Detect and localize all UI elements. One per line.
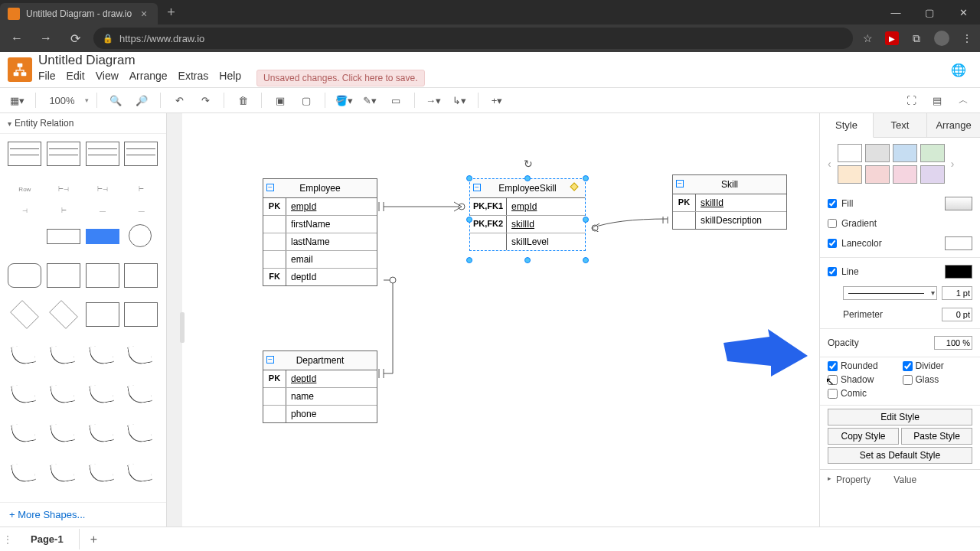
back-button[interactable]: ← [6,28,28,49]
color-swatch[interactable] [893,144,917,162]
paste-style-button[interactable]: Paste Style [901,428,972,445]
shape-thumb[interactable] [86,420,119,445]
line-style-dropdown[interactable]: ▾ [843,286,937,300]
connector[interactable] [377,274,400,381]
rounded-checkbox[interactable] [828,361,838,371]
forward-button[interactable]: → [35,28,57,49]
divider-checkbox[interactable] [903,361,913,371]
zoom-out-icon[interactable]: 🔎 [131,90,152,110]
menu-help[interactable]: Help [219,70,241,86]
connector[interactable] [377,199,469,214]
shape-thumb[interactable] [124,263,158,288]
glass-checkbox[interactable] [903,375,913,385]
shape-thumb[interactable]: Row [8,181,42,197]
shape-thumb[interactable] [10,301,39,330]
tab-close-icon[interactable]: × [138,8,150,20]
tab-style[interactable]: Style [820,113,874,138]
shape-thumb[interactable] [8,224,41,249]
collapse-icon[interactable]: − [676,180,684,187]
page-tab[interactable]: Page-1 [15,529,80,549]
menu-extras[interactable]: Extras [178,70,209,86]
redo-icon[interactable]: ↷ [194,90,216,110]
shape-thumb[interactable] [47,381,80,406]
fill-checkbox[interactable] [828,199,837,208]
maximize-button[interactable]: ▢ [913,0,946,24]
color-swatch[interactable] [865,144,890,162]
selection-handle[interactable] [583,257,589,263]
collapse-icon[interactable]: − [266,356,274,364]
shape-thumb[interactable] [8,342,41,367]
perimeter-input[interactable] [942,308,972,321]
shape-thumb[interactable] [8,381,41,406]
selection-handle[interactable] [466,257,472,263]
fill-color-button[interactable] [945,197,972,210]
language-icon[interactable]: 🌐 [951,63,972,77]
close-button[interactable]: ✕ [946,0,980,24]
tab-arrange[interactable]: Arrange [927,113,980,137]
waypoint-icon[interactable]: ↳▾ [449,90,470,110]
menu-file[interactable]: File [38,70,56,86]
menu-edit[interactable]: Edit [67,70,85,86]
color-swatch[interactable] [838,144,862,162]
fullscreen-icon[interactable]: ⛶ [900,90,922,110]
collapse-icon[interactable]: − [473,184,481,191]
palette-section-header[interactable]: Entity Relation [0,113,166,134]
lanecolor-checkbox[interactable] [828,239,837,248]
shape-thumb[interactable] [86,381,119,406]
shape-thumb[interactable]: ⊢⊣ [86,181,120,197]
undo-icon[interactable]: ↶ [168,90,190,110]
shape-thumb[interactable]: ⊣ [8,203,42,220]
reload-button[interactable]: ⟳ [64,28,86,49]
shape-thumb[interactable] [124,302,158,327]
selection-handle[interactable] [583,175,589,181]
rotate-handle-icon[interactable]: ↻ [524,158,533,170]
copy-style-button[interactable]: Copy Style [828,428,899,445]
extension-icon[interactable]: ⧉ [910,31,923,45]
entity-department[interactable]: −Department PKdeptId name phone [263,350,377,423]
edit-style-button[interactable]: Edit Style [828,409,972,425]
zoom-in-icon[interactable]: 🔍 [105,90,126,110]
line-width-input[interactable] [942,286,972,300]
fill-color-icon[interactable]: 🪣▾ [333,90,354,110]
shape-thumb[interactable] [8,263,41,288]
shape-thumb[interactable] [124,460,158,484]
shape-thumb[interactable] [8,460,41,484]
shape-thumb[interactable] [49,301,78,330]
selection-handle[interactable] [466,217,472,223]
shape-thumb[interactable] [86,142,119,166]
collapse-icon[interactable]: − [266,184,274,191]
shape-thumb[interactable] [86,229,119,244]
shape-thumb[interactable] [47,460,80,484]
app-logo-icon[interactable] [8,57,32,82]
connector[interactable] [586,217,674,232]
opacity-input[interactable] [934,336,972,350]
line-color-icon[interactable]: ✎▾ [359,90,381,110]
shape-thumb[interactable]: ⊢ [47,203,81,220]
gradient-checkbox[interactable] [828,219,837,228]
shape-thumb[interactable] [124,142,158,166]
shape-thumb[interactable] [86,342,119,367]
shape-thumb[interactable] [47,263,80,288]
connection-icon[interactable]: →▾ [423,90,444,110]
comic-checkbox[interactable] [828,389,838,399]
shape-thumb[interactable] [86,263,119,288]
format-panel-icon[interactable]: ▤ [926,90,948,110]
menu-icon[interactable]: ⋮ [960,31,974,45]
more-shapes-button[interactable]: + More Shapes... [0,502,166,527]
entity-skill[interactable]: −Skill PKskillId skillDescription [672,174,787,230]
add-icon[interactable]: +▾ [486,90,508,110]
add-page-button[interactable]: + [80,533,108,546]
zoom-dropdown[interactable]: 100% [44,95,80,106]
line-checkbox[interactable] [828,267,837,276]
entity-employee[interactable]: −Employee PKempId firstName lastName ema… [263,178,377,286]
shape-thumb[interactable] [47,342,80,367]
unsaved-warning[interactable]: Unsaved changes. Click here to save. [256,70,424,86]
chevron-left-icon[interactable]: ‹ [826,158,833,170]
profile-avatar[interactable] [934,31,949,46]
color-swatch[interactable] [893,165,917,184]
view-mode-dropdown[interactable]: ▦▾ [6,90,28,110]
shape-thumb[interactable] [86,460,119,484]
shape-thumb[interactable]: ⊢ [124,181,158,197]
chevron-right-icon[interactable]: › [949,158,956,170]
lanecolor-button[interactable] [945,236,972,250]
